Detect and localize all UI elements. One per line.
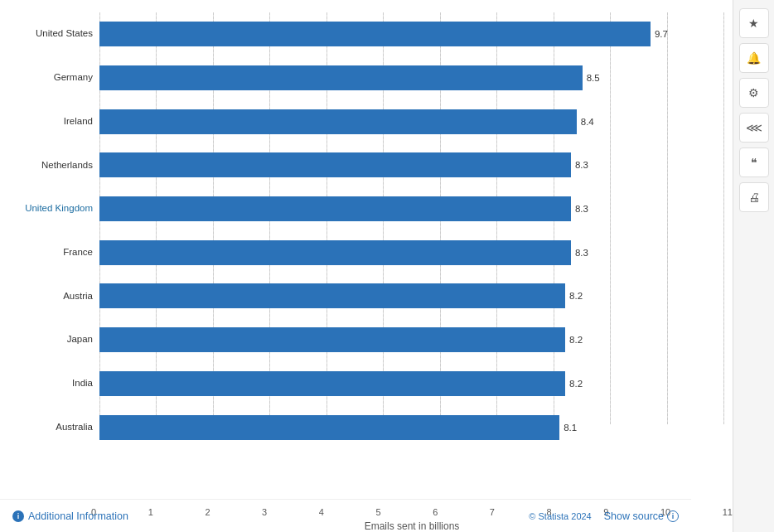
bar-netherlands [99,152,571,177]
star-button[interactable]: ★ [739,8,769,38]
sidebar: ★🔔⚙⋘❝🖨 [733,0,774,532]
bar-row: 8.2 [99,322,724,358]
bars-container: 9.78.58.48.38.38.38.28.28.28.1 [99,12,724,449]
y-label-united-states: United States [36,16,93,52]
bell-button[interactable]: 🔔 [739,43,769,73]
info-icon: i [12,510,24,522]
bar-row: 8.3 [99,147,724,183]
bar-row: 9.7 [99,16,724,52]
gear-button[interactable]: ⚙ [739,78,769,108]
y-label-india: India [72,365,93,402]
bar-value: 8.2 [569,283,583,308]
bar-row: 8.3 [99,235,724,271]
bar-value: 8.5 [587,65,600,90]
bar-row: 8.4 [99,104,724,140]
bar-germany [99,65,583,90]
bar-value: 8.3 [575,240,588,265]
bar-australia [99,415,559,440]
bar-france [99,240,571,265]
bar-row: 8.1 [99,409,724,446]
bar-row: 8.2 [99,365,724,402]
bar-united-states [99,22,651,46]
chart-area: United StatesGermanyIrelandNetherlandsUn… [0,0,733,532]
y-label-united-kingdom: United Kingdom [25,191,93,227]
bar-japan [99,327,565,352]
y-label-netherlands: Netherlands [41,147,93,183]
show-source-button[interactable]: Show source i [604,510,679,522]
y-label-germany: Germany [54,60,93,96]
bar-value: 8.1 [564,415,577,440]
chart-wrapper: United StatesGermanyIrelandNetherlandsUn… [8,12,724,449]
bar-value: 9.7 [655,22,668,46]
additional-info-button[interactable]: i Additional Information [12,510,128,522]
bar-value: 8.2 [569,371,583,396]
y-axis: United StatesGermanyIrelandNetherlandsUn… [8,12,99,449]
bar-india [99,371,565,396]
bar-austria [99,283,565,308]
share-button[interactable]: ⋘ [739,113,769,143]
quote-button[interactable]: ❝ [739,148,769,177]
bar-value: 8.3 [575,152,588,177]
bar-ireland [99,109,577,134]
y-label-france: France [63,235,93,271]
bar-value: 8.3 [575,196,588,221]
main-container: United StatesGermanyIrelandNetherlandsUn… [0,0,774,532]
y-label-japan: Japan [67,322,93,358]
y-label-austria: Austria [63,278,93,314]
statista-credit: © Statista 2024 [529,511,591,521]
bar-row: 8.3 [99,191,724,227]
bar-value: 8.4 [581,109,594,134]
additional-info-label: Additional Information [28,510,128,522]
show-source-label: Show source [604,510,664,522]
bar-row: 8.5 [99,60,724,96]
print-button[interactable]: 🖨 [739,182,769,212]
footer-right: © Statista 2024 Show source i [529,510,679,522]
show-source-info-icon: i [667,510,679,522]
y-label-australia: Australia [56,409,93,446]
y-label-ireland: Ireland [64,104,93,140]
bar-united-kingdom [99,196,571,221]
bar-value: 8.2 [569,327,583,352]
footer: i Additional Information © Statista 2024… [0,499,691,532]
x-tick-11: 11 [723,507,733,517]
bar-row: 8.2 [99,278,724,314]
